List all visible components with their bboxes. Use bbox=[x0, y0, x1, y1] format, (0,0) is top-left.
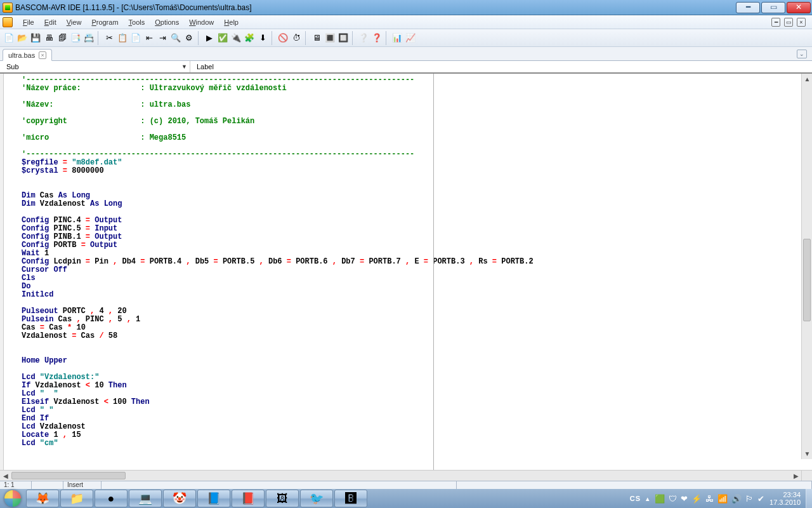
taskbar-app-button[interactable]: ● bbox=[95, 490, 128, 507]
toolbar-button[interactable]: ▶ bbox=[203, 32, 216, 44]
toolbar-button[interactable]: ⏱ bbox=[290, 32, 303, 44]
tray-chevron-icon[interactable]: ▴ bbox=[646, 495, 650, 503]
maximize-button[interactable]: ▭ bbox=[761, 2, 785, 13]
menu-tools[interactable]: Tools bbox=[124, 17, 150, 27]
show-desktop-button[interactable] bbox=[806, 489, 812, 508]
tray-icon[interactable]: 🛡 bbox=[669, 494, 677, 504]
hscroll-row: ◀ ▶ bbox=[0, 470, 812, 481]
mdi-minimize-button[interactable]: ━ bbox=[771, 18, 780, 27]
taskbar-app-button[interactable]: 📕 bbox=[232, 490, 265, 507]
document-tab[interactable]: ultra.bas × bbox=[3, 49, 52, 61]
window-title: BASCOM-AVR IDE [1.11.9.5] - [C:\Users\To… bbox=[15, 3, 736, 12]
toolbar-button[interactable]: 📇 bbox=[82, 32, 95, 44]
toolbar-button[interactable]: 📄 bbox=[129, 32, 142, 44]
scroll-down-icon[interactable]: ▼ bbox=[802, 448, 812, 459]
tabbar-overflow-button[interactable]: ⌄ bbox=[797, 50, 807, 58]
code-content[interactable]: '---------------------------------------… bbox=[0, 74, 812, 450]
menu-help[interactable]: Help bbox=[219, 17, 244, 27]
label-combo[interactable]: Label bbox=[190, 61, 812, 72]
tray-icon[interactable]: 🖧 bbox=[705, 494, 714, 504]
toolbar-button[interactable]: 🔌 bbox=[230, 32, 242, 44]
tray-icon[interactable]: 📶 bbox=[717, 494, 728, 504]
code-editor[interactable]: '---------------------------------------… bbox=[0, 74, 812, 470]
toolbar-button[interactable]: 📂 bbox=[16, 32, 29, 44]
menu-options[interactable]: Options bbox=[150, 17, 184, 27]
menu-window[interactable]: Window bbox=[184, 17, 219, 27]
window-titlebar: BASCOM-AVR IDE [1.11.9.5] - [C:\Users\To… bbox=[0, 0, 812, 15]
toolbar-separator bbox=[305, 31, 308, 45]
windows-orb-icon bbox=[4, 490, 21, 507]
toolbar-button[interactable]: 📄 bbox=[3, 32, 15, 44]
toolbar-button[interactable]: 💾 bbox=[29, 32, 42, 44]
tray-icon[interactable]: ⚡ bbox=[691, 494, 702, 504]
toolbar-button[interactable]: ✂ bbox=[103, 32, 115, 44]
toolbar-separator bbox=[386, 31, 388, 45]
toolbar-button[interactable]: 🖥 bbox=[310, 32, 323, 44]
scroll-right-icon[interactable]: ▶ bbox=[790, 471, 801, 481]
menu-view[interactable]: View bbox=[62, 17, 87, 27]
toolbar-button[interactable]: 🚫 bbox=[277, 32, 289, 44]
taskbar-app-button[interactable]: 🦊 bbox=[26, 490, 59, 507]
tab-close-icon[interactable]: × bbox=[39, 51, 46, 59]
taskbar-app-button[interactable]: 🅱 bbox=[334, 490, 367, 507]
scroll-corner bbox=[801, 470, 812, 481]
status-empty-1 bbox=[32, 481, 63, 489]
taskbar-app-button[interactable]: 💻 bbox=[129, 490, 162, 507]
taskbar-app-button[interactable]: 🖼 bbox=[266, 490, 299, 507]
toolbar-button[interactable]: ❔ bbox=[357, 32, 370, 44]
toolbar-button[interactable]: ❓ bbox=[370, 32, 383, 44]
system-tray: CS ▴ 🟩 🛡 ❤ ⚡ 🖧 📶 🔊 🏳 ✔ 23:34 17.3.2010 bbox=[625, 491, 806, 506]
taskbar-app-button[interactable]: 📘 bbox=[197, 490, 230, 507]
hscroll-thumb[interactable] bbox=[11, 472, 126, 479]
taskbar-app-button[interactable]: 🤡 bbox=[163, 490, 196, 507]
menu-program[interactable]: Program bbox=[86, 17, 123, 27]
toolbar-button[interactable]: ✅ bbox=[216, 32, 229, 44]
toolbar-button[interactable]: 🗐 bbox=[56, 32, 69, 44]
status-cursor-pos: 1: 1 bbox=[0, 481, 32, 489]
scroll-left-icon[interactable]: ◀ bbox=[0, 471, 11, 481]
clock-time: 23:34 bbox=[769, 491, 801, 498]
sub-combo[interactable]: Sub ▼ bbox=[0, 61, 190, 72]
vertical-scrollbar[interactable]: ▲ ▼ bbox=[801, 74, 812, 459]
tray-icon[interactable]: 🏳 bbox=[745, 494, 754, 504]
taskbar-app-button[interactable]: 🐦 bbox=[300, 490, 333, 507]
tray-icon[interactable]: ✔ bbox=[757, 494, 764, 504]
start-button[interactable] bbox=[0, 489, 25, 508]
toolbar-button[interactable]: 🖶 bbox=[43, 32, 55, 44]
toolbar-button[interactable]: ⬇ bbox=[256, 32, 269, 44]
close-button[interactable]: ✕ bbox=[787, 2, 811, 13]
toolbar-button[interactable]: 📑 bbox=[69, 32, 82, 44]
main-toolbar: 📄📂💾🖶🗐📑📇✂📋📄⇤⇥🔍⚙▶✅🔌🧩⬇🚫⏱🖥🔳🔲❔❓📊📈 bbox=[0, 29, 812, 47]
toolbar-button[interactable]: ⇥ bbox=[156, 32, 169, 44]
toolbar-button[interactable]: 🔲 bbox=[337, 32, 350, 44]
toolbar-button[interactable]: ⇤ bbox=[143, 32, 155, 44]
vscroll-thumb[interactable] bbox=[803, 239, 811, 321]
app-menu-icon bbox=[3, 17, 13, 27]
mdi-restore-button[interactable]: ▭ bbox=[784, 18, 793, 27]
language-indicator[interactable]: CS bbox=[630, 495, 641, 502]
horizontal-scrollbar[interactable]: ◀ ▶ bbox=[0, 470, 801, 481]
menu-file[interactable]: File bbox=[18, 17, 39, 27]
app-icon bbox=[3, 3, 13, 13]
tray-icon[interactable]: 🔊 bbox=[731, 494, 742, 504]
scroll-up-icon[interactable]: ▲ bbox=[802, 74, 812, 84]
toolbar-button[interactable]: ⚙ bbox=[183, 32, 195, 44]
editor-area: '---------------------------------------… bbox=[0, 74, 812, 470]
toolbar-button[interactable]: 📋 bbox=[116, 32, 129, 44]
menu-bar: FileEditViewProgramToolsOptionsWindowHel… bbox=[0, 15, 812, 29]
document-tabbar: ultra.bas × ⌄ bbox=[0, 47, 812, 61]
toolbar-button[interactable]: 📈 bbox=[404, 32, 417, 44]
chevron-down-icon: ▼ bbox=[181, 64, 187, 70]
minimize-button[interactable]: ━ bbox=[736, 2, 760, 13]
taskbar-app-button[interactable]: 📁 bbox=[60, 490, 93, 507]
tray-icon[interactable]: 🟩 bbox=[655, 494, 665, 504]
toolbar-button[interactable]: 🧩 bbox=[243, 32, 256, 44]
toolbar-button[interactable]: 🔍 bbox=[169, 32, 182, 44]
menu-edit[interactable]: Edit bbox=[39, 17, 62, 27]
tray-icon[interactable]: ❤ bbox=[681, 494, 688, 504]
toolbar-button[interactable]: 📊 bbox=[391, 32, 403, 44]
toolbar-button[interactable]: 🔳 bbox=[324, 32, 336, 44]
mdi-close-button[interactable]: × bbox=[797, 18, 806, 27]
taskbar-clock[interactable]: 23:34 17.3.2010 bbox=[769, 491, 801, 506]
toolbar-separator bbox=[98, 31, 100, 45]
